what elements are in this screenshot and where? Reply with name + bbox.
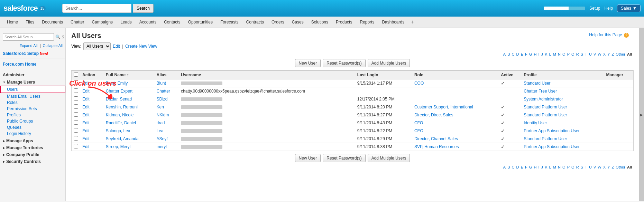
view-select[interactable]: All Users bbox=[83, 42, 111, 50]
sidebar-item-public-groups[interactable]: Public Groups bbox=[0, 118, 65, 124]
alpha-bot-g[interactable]: G bbox=[529, 165, 532, 169]
alpha-g[interactable]: G bbox=[529, 52, 532, 56]
fullname-link-7[interactable]: Seyfreid, Amanda bbox=[106, 136, 139, 141]
alpha-bot-t[interactable]: T bbox=[585, 165, 587, 169]
alpha-r[interactable]: R bbox=[576, 52, 579, 56]
profile-link-3[interactable]: Standard Platform User bbox=[524, 105, 567, 109]
collapse-all-link[interactable]: Collapse All bbox=[43, 44, 63, 48]
select-all-checkbox[interactable] bbox=[74, 72, 78, 77]
alias-link-4[interactable]: NKidm bbox=[157, 113, 169, 117]
nav-forecasts[interactable]: Forecasts bbox=[217, 18, 242, 27]
help-icon[interactable]: ? bbox=[62, 35, 64, 40]
nav-opportunities[interactable]: Opportunities bbox=[185, 18, 216, 27]
help-for-page-link[interactable]: Help for this Page ? bbox=[589, 32, 629, 38]
edit-link-3[interactable]: Edit bbox=[82, 105, 90, 109]
alpha-q[interactable]: Q bbox=[571, 52, 574, 56]
role-link-4[interactable]: Director, Direct Sales bbox=[414, 113, 453, 117]
fullname-link-4[interactable]: Kidman, Nicole bbox=[106, 113, 134, 117]
row-checkbox-3[interactable] bbox=[74, 104, 78, 109]
alpha-n[interactable]: N bbox=[558, 52, 561, 56]
alpha-d[interactable]: D bbox=[516, 52, 519, 56]
search-input[interactable] bbox=[62, 4, 131, 13]
nav-reports[interactable]: Reports bbox=[356, 18, 378, 27]
profile-link-4[interactable]: Standard Platform User bbox=[524, 113, 567, 117]
alpha-s[interactable]: S bbox=[581, 52, 583, 56]
manage-users-toggle[interactable]: ▼ Manage Users bbox=[0, 79, 65, 86]
nav-campaigns[interactable]: Campaigns bbox=[88, 18, 116, 27]
sidebar-item-users[interactable]: Users bbox=[0, 86, 65, 93]
fullname-link-3[interactable]: Kenshin, Rurouni bbox=[106, 105, 138, 109]
alpha-p[interactable]: P bbox=[567, 52, 570, 56]
force-com-home-link[interactable]: Force.com Home bbox=[0, 60, 65, 67]
alpha-z[interactable]: Z bbox=[612, 52, 614, 56]
alpha-other[interactable]: Other bbox=[616, 52, 625, 56]
alpha-bot-o[interactable]: O bbox=[562, 165, 565, 169]
reset-passwords-button[interactable]: Reset Password(s) bbox=[323, 59, 365, 67]
profile-link-7[interactable]: Standard Platform User bbox=[524, 136, 567, 141]
alpha-bot-u[interactable]: U bbox=[589, 165, 592, 169]
manage-apps-toggle[interactable]: ▶ Manage Apps bbox=[0, 137, 65, 144]
alpha-bot-a[interactable]: A bbox=[503, 165, 506, 169]
nav-home[interactable]: Home bbox=[3, 18, 21, 27]
row-checkbox-1[interactable] bbox=[74, 88, 78, 93]
alpha-u[interactable]: U bbox=[589, 52, 592, 56]
alias-link-3[interactable]: Ken bbox=[157, 105, 164, 109]
alpha-bot-n[interactable]: N bbox=[558, 165, 561, 169]
alpha-bot-v[interactable]: V bbox=[594, 165, 596, 169]
role-link-7[interactable]: Director, Channel Sales bbox=[414, 136, 458, 141]
new-user-button-bottom[interactable]: New User bbox=[295, 154, 321, 162]
row-checkbox-8[interactable] bbox=[74, 144, 78, 148]
nav-leads[interactable]: Leads bbox=[117, 18, 135, 27]
security-controls-toggle[interactable]: ▶ Security Controls bbox=[0, 158, 65, 165]
alpha-l[interactable]: L bbox=[549, 52, 551, 56]
create-new-view-link[interactable]: Create New View bbox=[125, 44, 157, 49]
role-link-3[interactable]: Customer Support, International bbox=[414, 105, 473, 109]
role-link-6[interactable]: CEO bbox=[414, 128, 423, 133]
help-link-top[interactable]: Help bbox=[604, 6, 613, 11]
row-checkbox-0[interactable] bbox=[74, 80, 78, 85]
nav-documents[interactable]: Documents bbox=[38, 18, 66, 27]
sidebar-item-mass-email[interactable]: Mass Email Users bbox=[0, 93, 65, 99]
salesforce1-setup-link[interactable]: Salesforce1 Setup New! bbox=[0, 49, 65, 57]
sidebar-item-profiles[interactable]: Profiles bbox=[0, 112, 65, 118]
fullname-link-6[interactable]: Salonga, Lea bbox=[106, 128, 130, 133]
nav-chatter[interactable]: Chatter bbox=[67, 18, 88, 27]
profile-link-1[interactable]: Chatter Free User bbox=[524, 89, 557, 94]
nav-solutions[interactable]: Solutions bbox=[308, 18, 332, 27]
alpha-bot-w[interactable]: W bbox=[598, 165, 601, 169]
edit-link-8[interactable]: Edit bbox=[82, 144, 90, 149]
user-badge[interactable]: Sales ▼ bbox=[617, 4, 641, 12]
setup-link[interactable]: Setup bbox=[589, 6, 600, 11]
profile-link-5[interactable]: Identity User bbox=[524, 121, 547, 125]
alpha-bot-m[interactable]: M bbox=[553, 165, 556, 169]
alpha-bot-j[interactable]: J bbox=[541, 165, 543, 169]
manage-territories-toggle[interactable]: ▶ Manage Territories bbox=[0, 144, 65, 151]
nav-contracts[interactable]: Contracts bbox=[243, 18, 267, 27]
alias-link-8[interactable]: meryl bbox=[157, 144, 167, 149]
nav-cases[interactable]: Cases bbox=[288, 18, 307, 27]
alpha-bot-h[interactable]: H bbox=[534, 165, 536, 169]
alpha-bot-i[interactable]: I bbox=[538, 165, 539, 169]
row-checkbox-5[interactable] bbox=[74, 120, 78, 125]
alpha-a[interactable]: A bbox=[503, 52, 506, 56]
right-collapse-tab[interactable]: ▶ bbox=[639, 28, 644, 201]
row-checkbox-7[interactable] bbox=[74, 136, 78, 141]
alpha-f[interactable]: F bbox=[525, 52, 527, 56]
alpha-bot-z[interactable]: Z bbox=[612, 165, 614, 169]
alpha-bot-f[interactable]: F bbox=[525, 165, 527, 169]
alpha-bot-s[interactable]: S bbox=[581, 165, 583, 169]
fullname-link-1[interactable]: Chatter Expert bbox=[106, 89, 132, 94]
row-checkbox-6[interactable] bbox=[74, 128, 78, 133]
fullname-link-2[interactable]: Dizdar, Senad bbox=[106, 97, 132, 102]
nav-files[interactable]: Files bbox=[22, 18, 38, 27]
profile-link-6[interactable]: Partner App Subscription User bbox=[524, 128, 579, 133]
nav-accounts[interactable]: Accounts bbox=[136, 18, 160, 27]
profile-link-8[interactable]: Partner App Subscription User bbox=[524, 144, 579, 149]
role-link-8[interactable]: SVP, Human Resources bbox=[414, 144, 459, 149]
nav-dashboards[interactable]: Dashboards bbox=[378, 18, 408, 27]
alias-link-1[interactable]: Chatter bbox=[157, 89, 170, 94]
sidebar-item-roles[interactable]: Roles bbox=[0, 99, 65, 106]
alpha-bot-k[interactable]: K bbox=[545, 165, 547, 169]
expand-all-link[interactable]: Expand All bbox=[19, 44, 37, 48]
search-button[interactable]: Search bbox=[133, 4, 154, 13]
